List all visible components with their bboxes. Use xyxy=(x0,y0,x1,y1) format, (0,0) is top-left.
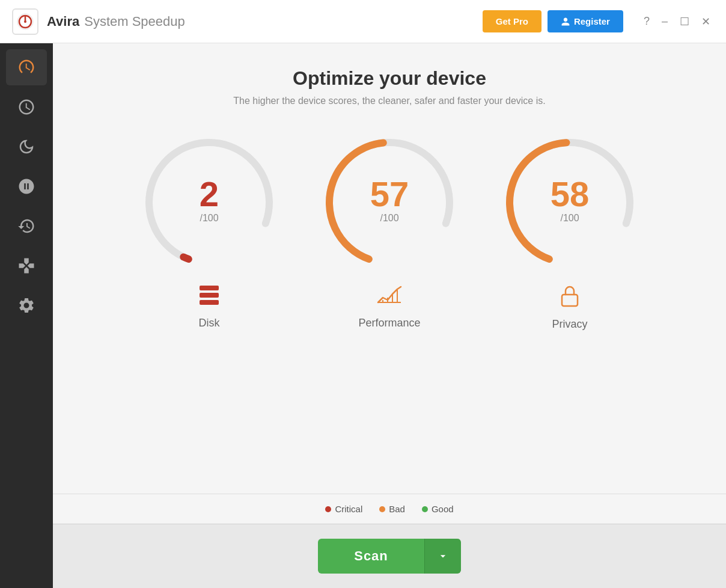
disk-gauge: 2 /100 Disk xyxy=(137,130,281,470)
critical-dot xyxy=(325,506,331,512)
legend-good: Good xyxy=(422,504,454,514)
critical-label: Critical xyxy=(335,504,362,514)
sidebar-item-history[interactable] xyxy=(6,208,47,244)
sidebar-item-disk[interactable] xyxy=(6,168,47,204)
minimize-button[interactable]: – xyxy=(658,14,671,29)
good-dot xyxy=(422,506,428,512)
privacy-score: 58 xyxy=(551,177,590,212)
scan-button[interactable]: Scan xyxy=(318,539,424,574)
bottom-bar: Scan xyxy=(53,524,726,588)
rocket-icon xyxy=(17,138,35,156)
register-icon xyxy=(561,17,570,26)
gauges-area: 2 /100 Disk xyxy=(113,118,666,488)
sidebar-item-home[interactable] xyxy=(6,49,47,85)
disk-score: 2 xyxy=(200,177,219,212)
bad-dot xyxy=(379,506,385,512)
performance-label: Performance xyxy=(358,317,420,329)
svg-point-3 xyxy=(24,20,26,23)
app-subtitle: System Speedup xyxy=(84,14,185,29)
chevron-down-icon xyxy=(437,550,449,562)
page-header: Optimize your device The higher the devi… xyxy=(221,43,557,118)
app-name: Avira xyxy=(47,14,79,29)
performance-gauge: 57 /100 Performance xyxy=(317,130,462,470)
main-layout: Optimize your device The higher the devi… xyxy=(0,43,726,588)
sidebar xyxy=(0,43,53,588)
bad-label: Bad xyxy=(389,504,405,514)
content-area: Optimize your device The higher the devi… xyxy=(53,43,726,588)
speedometer-icon xyxy=(17,58,35,76)
clock-icon xyxy=(17,98,35,116)
legend-critical: Critical xyxy=(325,504,362,514)
page-title: Optimize your device xyxy=(233,67,545,90)
legend-bad: Bad xyxy=(379,504,405,514)
privacy-gauge-container: 58 /100 xyxy=(498,130,642,275)
disk-nav-icon xyxy=(17,177,35,195)
performance-score-center: 57 /100 xyxy=(370,177,409,224)
history-icon xyxy=(17,217,35,235)
register-button[interactable]: Register xyxy=(548,10,623,32)
help-button[interactable]: ? xyxy=(640,14,653,29)
privacy-score-center: 58 /100 xyxy=(551,177,590,224)
sidebar-item-clock[interactable] xyxy=(6,89,47,125)
performance-score: 57 xyxy=(370,177,409,212)
window-controls: ? – ☐ ✕ xyxy=(640,14,714,29)
titlebar-actions: Get Pro Register ? – ☐ ✕ xyxy=(483,10,714,32)
disk-outof: /100 xyxy=(200,213,219,224)
titlebar: Avira System Speedup Get Pro Register ? … xyxy=(0,0,726,43)
app-logo xyxy=(12,8,38,35)
privacy-label: Privacy xyxy=(552,318,587,331)
good-label: Good xyxy=(432,504,454,514)
gamepad-icon xyxy=(17,257,35,275)
sidebar-item-gamepad[interactable] xyxy=(6,248,47,284)
disk-gauge-container: 2 /100 xyxy=(137,130,281,275)
sidebar-item-startup[interactable] xyxy=(6,129,47,165)
maximize-button[interactable]: ☐ xyxy=(676,14,693,29)
disk-label: Disk xyxy=(199,317,220,329)
get-pro-button[interactable]: Get Pro xyxy=(483,10,541,32)
performance-gauge-container: 57 /100 xyxy=(317,130,462,275)
disk-score-center: 2 /100 xyxy=(200,177,219,224)
privacy-outof: /100 xyxy=(551,213,590,224)
scan-button-group: Scan xyxy=(318,539,461,574)
scan-dropdown-button[interactable] xyxy=(424,539,461,574)
privacy-gauge: 58 /100 Privacy xyxy=(498,130,642,470)
legend: Critical Bad Good xyxy=(53,494,726,524)
page-subtitle: The higher the device scores, the cleane… xyxy=(233,96,545,106)
performance-outof: /100 xyxy=(370,213,409,224)
settings-icon xyxy=(17,296,35,314)
sidebar-item-settings[interactable] xyxy=(6,287,47,323)
close-button[interactable]: ✕ xyxy=(698,14,714,29)
